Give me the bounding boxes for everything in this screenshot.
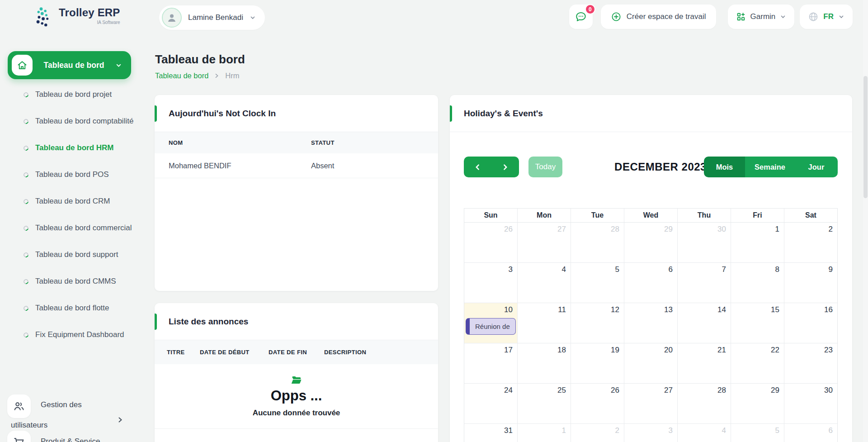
calendar-day-cell[interactable]: 6 — [784, 424, 837, 442]
sidebar-item[interactable]: Tableau de bord flotte — [24, 302, 137, 314]
calendar-day-cell[interactable]: 3 — [624, 424, 678, 442]
user-menu[interactable]: Lamine Benkadi — [159, 5, 265, 30]
language-selector[interactable]: FR — [800, 5, 853, 29]
today-button[interactable]: Today — [528, 157, 562, 177]
card-header: Aujourd'hui's Not Clock In — [155, 95, 438, 132]
calendar-day-cell[interactable]: 27 — [518, 223, 571, 263]
calendar-day-cell[interactable]: 31 — [464, 424, 518, 442]
calendar-day-cell[interactable]: 28 — [678, 384, 731, 424]
calendar-day-cell[interactable]: 1 — [731, 223, 784, 263]
sidebar-item[interactable]: Tableau de bord comptabilité — [24, 115, 137, 127]
circle-bullet-icon — [23, 198, 29, 205]
sidebar-item[interactable]: Tableau de bord projet — [24, 89, 137, 100]
calendar-day-cell[interactable]: 20 — [624, 343, 678, 384]
calendar-day-cell[interactable]: 27 — [624, 384, 678, 424]
scrollbar-thumb[interactable] — [863, 76, 868, 198]
divider — [155, 428, 438, 429]
create-workspace-button[interactable]: Créer espace de travail — [601, 5, 716, 29]
language-label: FR — [823, 12, 834, 21]
empty-state-title: Opps ... — [271, 388, 322, 404]
day-number: 6 — [829, 426, 833, 435]
column-header-titre: TITRE — [167, 349, 200, 356]
calendar-day-cell[interactable]: 7 — [678, 263, 731, 303]
view-week-button[interactable]: Semaine — [745, 157, 795, 177]
calendar-day-cell[interactable]: 28 — [571, 223, 624, 263]
day-number: 24 — [504, 386, 513, 395]
announcements-title: Liste des annonces — [169, 317, 248, 327]
calendar-day-cell[interactable]: 22 — [731, 343, 784, 384]
calendar-day-cell[interactable]: 29 — [624, 223, 678, 263]
column-header-date-debut: DATE DE DÉBUT — [200, 349, 269, 356]
prev-month-button[interactable] — [464, 157, 491, 177]
sidebar-item[interactable]: Tableau de bord CRM — [24, 195, 137, 207]
card-header: Holiday's & Event's — [450, 95, 852, 132]
workspace-label: Garmin — [750, 12, 776, 21]
day-number: 4 — [722, 426, 726, 435]
day-number: 2 — [615, 426, 619, 435]
calendar-day-cell[interactable]: 14 — [678, 303, 731, 343]
calendar-day-cell[interactable]: 25 — [518, 384, 571, 424]
day-number: 20 — [664, 346, 673, 355]
calendar-day-cell[interactable]: 17 — [464, 343, 518, 384]
sidebar-dashboard-button[interactable]: Tableau de bord — [8, 51, 131, 79]
breadcrumb: Tableau de bord Hrm — [155, 71, 240, 80]
calendar-day-cell[interactable]: 12 — [571, 303, 624, 343]
calendar-day-cell[interactable]: 5 — [571, 263, 624, 303]
next-month-button[interactable] — [491, 157, 519, 177]
calendar-day-cell[interactable]: 26 — [571, 384, 624, 424]
calendar-day-cell[interactable]: 2 — [784, 223, 837, 263]
day-number: 26 — [611, 386, 619, 395]
announcements-card: Liste des annonces TITRE DATE DE DÉBUT D… — [155, 303, 438, 442]
circle-bullet-icon — [23, 118, 29, 125]
calendar-day-cell[interactable]: 3 — [464, 263, 518, 303]
calendar-day-cell[interactable]: 18 — [518, 343, 571, 384]
chevron-right-icon — [117, 416, 124, 423]
column-header-date-fin: DATE DE FIN — [269, 349, 324, 356]
sidebar-item[interactable]: Tableau de bord HRM — [24, 142, 137, 154]
calendar-day-cell[interactable]: 24 — [464, 384, 518, 424]
calendar-day-cell[interactable]: 19 — [571, 343, 624, 384]
calendar-day-cell[interactable]: 23 — [784, 343, 837, 384]
view-day-button[interactable]: Jour — [795, 157, 838, 177]
sidebar-item[interactable]: Tableau de bord CMMS — [24, 276, 137, 287]
sidebar-item[interactable]: Tableau de bord POS — [24, 169, 137, 181]
calendar-day-cell[interactable]: 11 — [518, 303, 571, 343]
calendar-day-cell[interactable]: 4 — [518, 263, 571, 303]
sidebar-item[interactable]: Fix Equipment Dashboard — [24, 329, 137, 341]
day-number: 30 — [717, 225, 726, 234]
holidays-events-card: Holiday's & Event's Today DECEMBER 2023 … — [450, 95, 852, 442]
calendar-day-cell[interactable]: 5 — [731, 424, 784, 442]
calendar-event-chip[interactable]: Réunion de — [466, 318, 516, 335]
calendar-day-cell[interactable]: 26 — [464, 223, 518, 263]
day-number: 29 — [771, 386, 779, 395]
calendar-day-cell[interactable]: 21 — [678, 343, 731, 384]
day-number: 11 — [558, 305, 566, 314]
chat-button[interactable]: 0 — [569, 5, 593, 29]
empty-state-subtitle: Aucune donnée trouvée — [253, 409, 340, 418]
day-number: 27 — [664, 386, 673, 395]
calendar-day-cell[interactable]: 30 — [784, 384, 837, 424]
sidebar-item[interactable]: Tableau de bord support — [24, 249, 137, 261]
calendar-day-cell[interactable]: 13 — [624, 303, 678, 343]
sidebar-item-label: Tableau de bord commercial — [35, 222, 132, 234]
calendar-day-cell[interactable]: 30 — [678, 223, 731, 263]
calendar-day-cell[interactable]: 16 — [784, 303, 837, 343]
calendar-day-cell[interactable]: 6 — [624, 263, 678, 303]
calendar-day-cell[interactable]: 9 — [784, 263, 837, 303]
sidebar-item[interactable]: Tableau de bord commercial — [24, 222, 137, 234]
calendar-day-cell[interactable]: 2 — [571, 424, 624, 442]
view-month-button[interactable]: Mois — [704, 157, 745, 177]
calendar-day-cell[interactable]: 29 — [731, 384, 784, 424]
user-name: Lamine Benkadi — [188, 13, 243, 22]
page-scrollbar[interactable] — [863, 0, 868, 442]
table-row[interactable]: Mohamed BENDIF Absent — [155, 153, 438, 178]
calendar-day-cell[interactable]: 4 — [678, 424, 731, 442]
breadcrumb-root-link[interactable]: Tableau de bord — [155, 71, 208, 80]
calendar-day-cell[interactable]: 10Réunion de — [464, 303, 518, 343]
calendar-day-cell[interactable]: 8 — [731, 263, 784, 303]
workspace-selector[interactable]: Garmin — [728, 5, 795, 29]
cart-icon — [7, 431, 31, 442]
calendar-day-cell[interactable]: 1 — [518, 424, 571, 442]
sidebar-item-label: Tableau de bord support — [35, 249, 118, 261]
calendar-day-cell[interactable]: 15 — [731, 303, 784, 343]
